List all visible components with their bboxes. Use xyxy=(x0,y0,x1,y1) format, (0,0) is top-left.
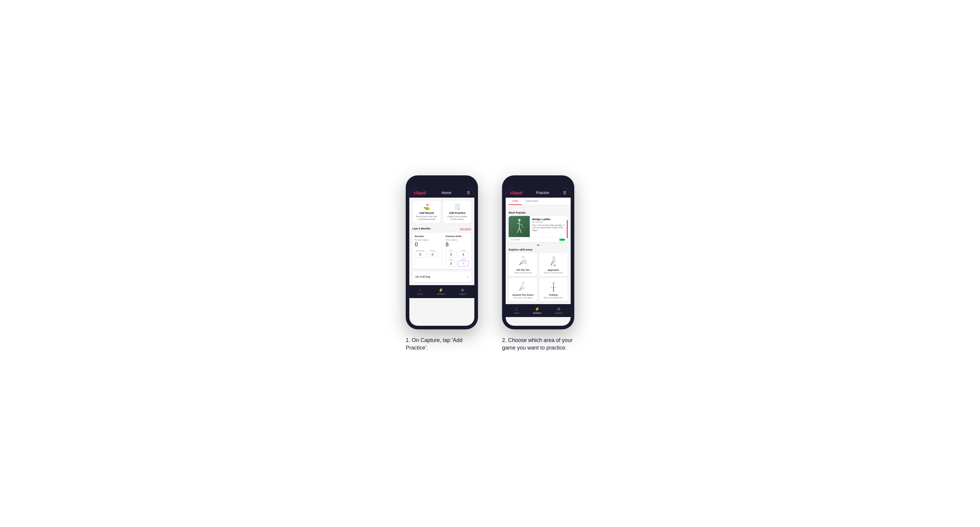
p2-home-icon: ⌂ xyxy=(515,306,518,311)
phone2-notch xyxy=(526,179,550,186)
svg-line-5 xyxy=(522,225,523,228)
around-green-desc: Hone your short game xyxy=(511,297,535,299)
tabs-row: Drills Favourites xyxy=(509,198,568,205)
stats-container: Rounds Rounds Capture 0 Tournament 0 xyxy=(412,233,471,269)
arg-value: 0 xyxy=(446,261,457,267)
arg-stat: ARG 0 xyxy=(446,259,457,267)
clock-icon: 🕐 xyxy=(511,238,513,241)
add-practice-icon: 🗒️ xyxy=(445,204,469,210)
svg-line-3 xyxy=(517,228,519,233)
add-practice-title: Add Practice xyxy=(445,211,469,214)
phone2-bottom-nav: ⌂ Home ⚡ Activities ⊕ Capture xyxy=(506,304,571,317)
putt-stat: PUTT 4 xyxy=(458,259,469,267)
approach-desc: Dial-in to hit the green xyxy=(541,271,565,274)
phone1-section: clippd Home ☰ ⛳ Add Round Record your sh… xyxy=(406,175,478,352)
add-practice-desc: Capture your practice off-the-course xyxy=(445,215,469,221)
p2-nav-capture[interactable]: ⊕ Capture xyxy=(555,306,563,314)
approach-svg xyxy=(547,256,560,267)
featured-card-desc: Play 1 shot at each target yardage. If y… xyxy=(532,224,565,232)
rounds-capture-label: Rounds Capture xyxy=(415,239,438,241)
golfer-silhouette xyxy=(514,218,525,235)
add-round-desc: Record your shots fast or enhanced mode xyxy=(415,215,438,221)
tournament-label: Tournament xyxy=(415,250,426,251)
off-the-tee-title: Off The Tee xyxy=(511,268,535,271)
off-the-tee-svg xyxy=(517,256,529,267)
approach-icon xyxy=(541,256,565,267)
rounds-capture-value: 0 xyxy=(415,241,438,248)
skill-card-approach[interactable]: Approach Dial-in to hit the green xyxy=(539,253,568,276)
phone1-menu-icon[interactable]: ☰ xyxy=(467,191,470,195)
putting-icon xyxy=(541,280,565,292)
phone2-frame: clippd Practice ☰ Drills Favourites Most… xyxy=(502,175,574,329)
caption2: 2. Choose which area of your game you wa… xyxy=(502,337,574,352)
ott-label: OTT xyxy=(446,250,457,251)
stats-divider xyxy=(442,235,442,267)
app-label: APP xyxy=(458,250,469,251)
phone1-logo: clippd xyxy=(414,190,426,195)
add-round-title: Add Round xyxy=(415,211,438,214)
add-round-card[interactable]: ⛳ Add Round Record your shots fast or en… xyxy=(412,201,441,224)
around-green-title: Around The Green xyxy=(511,294,535,296)
practice-label: Practice xyxy=(427,250,438,251)
drills-col: Practice Drills Drills Capture 8 OTT 0 xyxy=(446,235,469,267)
tab-drills[interactable]: Drills xyxy=(509,198,522,205)
explore-title: Explore skill areas xyxy=(509,248,568,251)
rounds-mini-grid: Tournament 0 Practice 0 xyxy=(415,250,438,257)
svg-line-4 xyxy=(519,228,521,233)
app-badge: APP xyxy=(559,238,565,241)
tab-favourites[interactable]: Favourites xyxy=(522,198,542,205)
phone1-notch xyxy=(430,179,454,186)
dot-3 xyxy=(540,244,541,246)
my-golf-bag[interactable]: My Golf Bag › xyxy=(412,271,471,282)
featured-card-image xyxy=(509,216,530,237)
practice-stat: Practice 0 xyxy=(427,250,438,257)
p2-capture-label: Capture xyxy=(555,312,563,314)
p2-activities-icon: ⚡ xyxy=(535,306,540,311)
dot-1 xyxy=(535,244,537,246)
featured-card-footer: 🕐 9 shots APP xyxy=(509,237,568,242)
nav-activities[interactable]: ⚡ Activities xyxy=(437,287,445,295)
svg-point-7 xyxy=(553,257,554,258)
red-accent-bar xyxy=(567,220,568,238)
capture-nav-icon: ⊕ xyxy=(461,287,465,292)
skill-card-off-the-tee[interactable]: Off The Tee Power and accuracy xyxy=(509,253,537,276)
phone1-header: clippd Home ☰ xyxy=(409,187,474,198)
my-golf-bag-label: My Golf Bag xyxy=(415,275,430,278)
p2-nav-home[interactable]: ⌂ Home xyxy=(514,306,520,314)
featured-card-content: Wedge Ladder 50–100 yds ☆ Play 1 shot at… xyxy=(509,216,568,237)
view-activity-link[interactable]: View Activity xyxy=(460,228,471,230)
most-popular-title: Most Popular xyxy=(509,211,568,214)
tabs-container: Drills Favourites xyxy=(506,198,571,205)
phone2-section: clippd Practice ☰ Drills Favourites Most… xyxy=(502,175,574,352)
off-the-tee-icon xyxy=(511,256,535,267)
practice-value: 0 xyxy=(427,252,438,257)
phone2-header: clippd Practice ☰ xyxy=(506,187,571,198)
practice-content: Most Popular xyxy=(506,208,571,304)
putting-title: Putting xyxy=(541,294,565,296)
nav-home[interactable]: ⌂ Home xyxy=(417,287,423,295)
off-the-tee-desc: Power and accuracy xyxy=(511,271,535,274)
skill-card-putting[interactable]: Putting Make and lag practice xyxy=(539,278,568,301)
phone1-bottom-nav: ⌂ Home ⚡ Activities ⊕ Capture xyxy=(409,285,474,298)
favourite-star-icon[interactable]: ☆ xyxy=(563,218,565,221)
putt-label: PUTT xyxy=(458,259,469,260)
featured-card[interactable]: Wedge Ladder 50–100 yds ☆ Play 1 shot at… xyxy=(509,216,568,242)
skill-card-around-green[interactable]: Around The Green Hone your short game xyxy=(509,278,537,301)
add-practice-card[interactable]: 🗒️ Add Practice Capture your practice of… xyxy=(443,201,471,224)
p2-activities-label: Activities xyxy=(533,312,541,314)
phone2-screen: clippd Practice ☰ Drills Favourites Most… xyxy=(506,187,571,326)
putt-value: 4 xyxy=(458,261,469,267)
drills-capture-label: Drills Capture xyxy=(446,239,469,241)
phone2-menu-icon[interactable]: ☰ xyxy=(563,191,566,195)
drills-col-title: Practice Drills xyxy=(446,235,469,238)
page-container: clippd Home ☰ ⛳ Add Round Record your sh… xyxy=(406,175,574,352)
p2-nav-activities[interactable]: ⚡ Activities xyxy=(533,306,541,314)
nav-capture[interactable]: ⊕ Capture xyxy=(459,287,466,295)
action-cards-row: ⛳ Add Round Record your shots fast or en… xyxy=(412,201,471,224)
putting-desc: Make and lag practice xyxy=(541,297,565,299)
stats-title: Last 3 Months xyxy=(412,227,431,230)
activities-nav-label: Activities xyxy=(437,293,445,295)
svg-point-0 xyxy=(518,219,520,221)
app-value: 4 xyxy=(458,252,469,257)
approach-title: Approach xyxy=(541,268,565,271)
